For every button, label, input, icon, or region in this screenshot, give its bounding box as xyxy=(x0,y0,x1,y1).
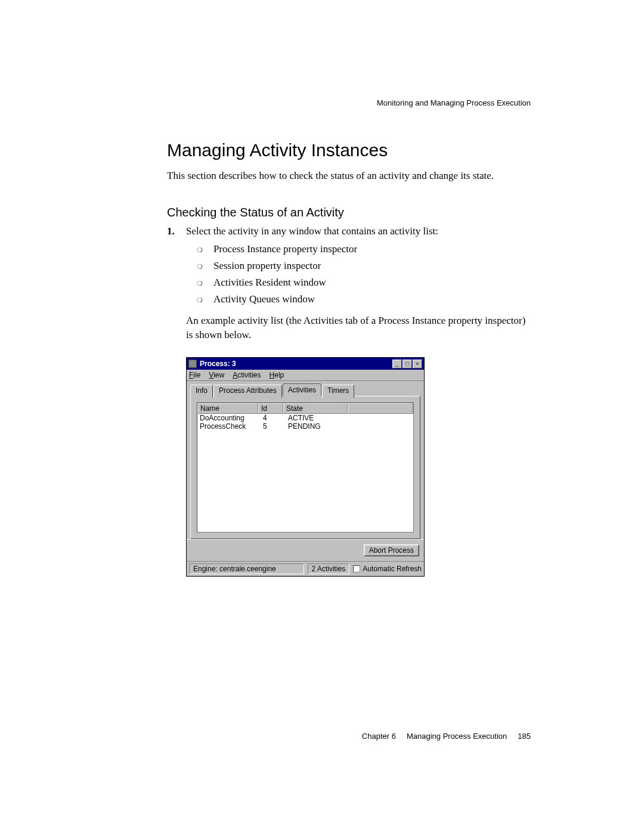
cell-state: ACTIVE xyxy=(286,414,350,422)
page-footer: Chapter 6 Managing Process Execution 185 xyxy=(362,732,531,741)
heading-1: Managing Activity Instances xyxy=(167,140,531,160)
col-state[interactable]: State xyxy=(283,403,348,414)
heading-2: Checking the Status of an Activity xyxy=(167,206,531,219)
step-1: 1. Select the activity in any window tha… xyxy=(167,225,531,237)
automatic-refresh-label: Automatic Refresh xyxy=(363,565,422,573)
bullet-icon: ❍ xyxy=(197,263,203,271)
grid-header: Name Id State xyxy=(197,403,413,414)
table-row[interactable]: ProcessCheck 5 PENDING xyxy=(197,422,413,431)
titlebar[interactable]: Process: 3 _ □ × xyxy=(187,358,424,370)
footer-title: Managing Process Execution xyxy=(407,732,507,741)
col-name[interactable]: Name xyxy=(197,403,258,414)
minimize-icon[interactable]: _ xyxy=(392,360,402,368)
checkbox-icon[interactable] xyxy=(353,565,360,572)
window-icon xyxy=(188,360,197,368)
sub-item: ❍ Process Instance property inspector xyxy=(197,243,531,255)
intro-paragraph: This section describes how to check the … xyxy=(167,169,531,183)
menu-activities[interactable]: Activities xyxy=(233,371,261,379)
cell-state: PENDING xyxy=(286,422,350,431)
sub-item: ❍ Session property inspector xyxy=(197,260,531,272)
maximize-icon[interactable]: □ xyxy=(402,360,412,368)
status-engine: Engine: centrale.ceengine xyxy=(189,563,304,574)
menu-view[interactable]: View xyxy=(209,371,224,379)
sub-list: ❍ Process Instance property inspector ❍ … xyxy=(197,243,531,305)
cell-name: ProcessCheck xyxy=(200,422,261,431)
col-spacer xyxy=(348,403,413,414)
automatic-refresh-checkbox[interactable]: Automatic Refresh xyxy=(353,565,422,573)
menubar: File View Activities Help xyxy=(187,370,424,381)
after-list-paragraph: An example activity list (the Activities… xyxy=(186,314,531,342)
tab-info[interactable]: Info xyxy=(190,385,213,398)
cell-id: 5 xyxy=(261,422,286,431)
tab-process-attributes[interactable]: Process Attributes xyxy=(213,385,282,398)
close-icon[interactable]: × xyxy=(413,360,422,368)
sub-item-text: Activity Queues window xyxy=(213,293,315,305)
tab-activities[interactable]: Activities xyxy=(283,383,321,397)
footer-chapter: Chapter 6 xyxy=(362,732,396,741)
sub-item-text: Process Instance property inspector xyxy=(213,243,357,255)
cell-id: 4 xyxy=(261,414,286,422)
step-text: Select the activity in any window that c… xyxy=(186,225,438,237)
tabs: Info Process Attributes Activities Timer… xyxy=(190,383,420,397)
col-id[interactable]: Id xyxy=(258,403,283,414)
button-row: Abort Process xyxy=(187,539,424,562)
menu-file[interactable]: File xyxy=(189,371,200,379)
tab-timers[interactable]: Timers xyxy=(322,385,354,398)
footer-page: 185 xyxy=(518,732,531,741)
table-row[interactable]: DoAccounting 4 ACTIVE xyxy=(197,414,413,422)
statusbar: Engine: centrale.ceengine 2 Activities A… xyxy=(187,562,424,576)
bullet-icon: ❍ xyxy=(197,280,203,287)
sub-item: ❍ Activities Resident window xyxy=(197,277,531,289)
menu-help[interactable]: Help xyxy=(270,371,284,379)
tab-panel: Name Id State DoAccounting 4 ACTIVE xyxy=(190,396,420,539)
sub-item-text: Session property inspector xyxy=(213,260,321,272)
activity-grid[interactable]: Name Id State DoAccounting 4 ACTIVE xyxy=(197,402,414,532)
window-title: Process: 3 xyxy=(200,360,392,368)
step-number: 1. xyxy=(167,225,179,237)
sub-item-text: Activities Resident window xyxy=(213,277,326,289)
bullet-icon: ❍ xyxy=(197,296,203,304)
running-head: Monitoring and Managing Process Executio… xyxy=(167,98,531,107)
status-count: 2 Activities xyxy=(308,563,350,574)
process-window: Process: 3 _ □ × File View Activities He… xyxy=(186,357,425,577)
abort-process-button[interactable]: Abort Process xyxy=(364,544,419,556)
cell-name: DoAccounting xyxy=(200,414,261,422)
sub-item: ❍ Activity Queues window xyxy=(197,293,531,305)
bullet-icon: ❍ xyxy=(197,246,203,254)
